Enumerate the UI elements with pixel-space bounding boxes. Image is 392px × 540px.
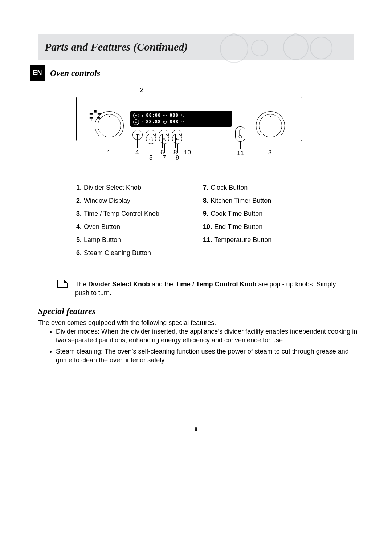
fan-icon: ✲ (133, 113, 139, 118)
special-features-intro: The oven comes equipped with the followi… (38, 319, 216, 327)
legend-col-2: 7.Clock Button 8.Kitchen Timer Button 9.… (203, 181, 271, 259)
leader-line (177, 144, 178, 153)
page-title: Parts and Features (Continued) (45, 41, 188, 53)
thermometer-icon (238, 129, 242, 139)
leader-line (240, 142, 241, 149)
leader-line (109, 140, 109, 148)
leader-line (151, 144, 151, 153)
leader-line (164, 144, 165, 153)
language-badge: EN (30, 65, 45, 81)
callout-9: 9 (176, 154, 179, 161)
callout-2: 2 (140, 86, 143, 94)
svg-point-0 (220, 35, 248, 63)
callout-7: 7 (163, 154, 166, 161)
section-header-band: Parts and Features (Continued) (38, 34, 354, 60)
callout-11: 11 (237, 150, 244, 157)
cook-time-button[interactable]: ⇤ (172, 134, 182, 144)
divider-select-knob[interactable] (98, 114, 121, 137)
subheading-special-features: Special features (38, 306, 95, 316)
lamp-button[interactable]: ◌ (146, 134, 156, 144)
svg-point-3 (310, 37, 332, 59)
button-row-lower: ◌ △ ⇤ (146, 134, 182, 144)
callout-1: 1 (107, 149, 110, 156)
svg-point-2 (283, 35, 308, 60)
clock-button[interactable]: △ (159, 134, 169, 144)
subheading-oven-controls: Oven controls (50, 68, 100, 78)
leader-line (175, 134, 176, 148)
callout-10: 10 (184, 149, 191, 156)
legend-col-1: 1.Divider Select Knob 2.Window Display 3… (76, 181, 159, 259)
decorative-produce-icon (212, 31, 343, 63)
list-item: Divider modes: When the divider inserted… (56, 327, 361, 345)
svg-point-1 (252, 40, 268, 56)
callout-4: 4 (135, 149, 139, 156)
leader-line (162, 134, 163, 148)
callout-5: 5 (149, 154, 152, 161)
temperature-button[interactable] (235, 126, 245, 142)
svg-rect-4 (240, 130, 241, 136)
leader-line (137, 134, 138, 148)
special-features-list: Divider modes: When the divider inserted… (47, 327, 361, 367)
time-temp-control-knob[interactable] (259, 114, 282, 137)
window-display: ✲ ▵ 88:88 ⏲ 888°C ✲ ▵ 88:88 ⏲ 888°C (130, 111, 232, 127)
note-icon (57, 280, 68, 288)
footer-divider (38, 422, 354, 422)
callout-3: 3 (268, 149, 271, 156)
oven-button[interactable]: ▭ (132, 130, 143, 140)
list-item: Steam cleaning: The oven’s self-cleaning… (56, 347, 361, 365)
page-number: 8 (0, 426, 392, 432)
note-text: The Divider Select Knob and the Time / T… (75, 280, 344, 298)
fan-icon: ✲ (133, 119, 139, 125)
controls-legend: 1.Divider Select Knob 2.Window Display 3… (76, 181, 271, 259)
divider-mode-icons: ▃ ▀ ▃ ▃ ▃ off (90, 110, 101, 122)
leader-line (270, 140, 270, 148)
note-block: The Divider Select Knob and the Time / T… (57, 280, 348, 298)
control-panel-outline: ▃ ▀ ▃ ▃ ▃ off ✲ ▵ 88:88 ⏲ 888°C ✲ ▵ 88:8… (76, 97, 302, 141)
leader-line (188, 134, 188, 148)
